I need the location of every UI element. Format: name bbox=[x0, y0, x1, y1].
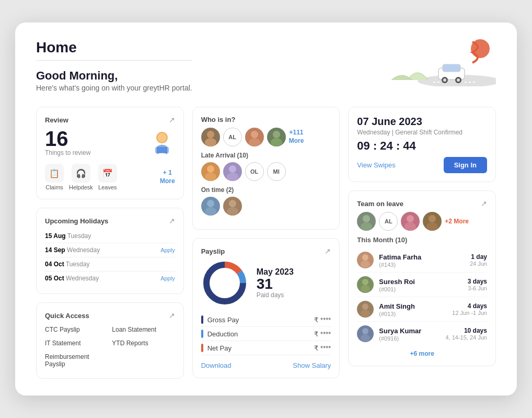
apply-btn-2[interactable]: Apply bbox=[160, 275, 175, 281]
svg-point-5 bbox=[443, 78, 446, 82]
view-swipes-btn[interactable]: View Swipes bbox=[357, 161, 395, 169]
svg-point-43 bbox=[361, 334, 370, 342]
quick-link-loan[interactable]: Loan Statement bbox=[112, 324, 175, 335]
net-pay-label: Net Pay bbox=[201, 344, 232, 352]
review-arrow-icon[interactable]: ↗ bbox=[169, 116, 175, 124]
on-time-row bbox=[201, 197, 331, 216]
review-card-header: Review ↗ bbox=[45, 116, 175, 124]
greeting-subtitle: Here's what's going on with your greytHR… bbox=[36, 84, 192, 92]
quick-access-card: Quick Access ↗ CTC Payslip Loan Statemen… bbox=[36, 302, 184, 379]
gross-pay-value: ₹ **** bbox=[314, 316, 331, 324]
apply-btn-1[interactable]: Apply bbox=[160, 247, 175, 253]
review-item-claims[interactable]: 📋 Claims bbox=[45, 164, 64, 190]
holiday-item: 15 Aug Tuesday bbox=[45, 229, 175, 243]
quick-access-title: Quick Access bbox=[45, 312, 89, 320]
svg-point-37 bbox=[361, 261, 370, 268]
who-is-in-more[interactable]: +111More bbox=[289, 129, 304, 145]
surya-days: 10 days bbox=[445, 327, 487, 334]
review-card: Review ↗ 16 Things to review bbox=[36, 107, 184, 199]
team-top-avatars: AL +2 More bbox=[357, 212, 487, 231]
late-avatar-2 bbox=[223, 162, 242, 181]
amit-date: 12 Jun -1 Jun bbox=[452, 310, 487, 316]
svg-point-42 bbox=[362, 328, 368, 334]
avatar-3 bbox=[245, 128, 264, 146]
team-plus-more[interactable]: +6 more bbox=[357, 350, 487, 357]
svg-point-10 bbox=[157, 132, 167, 143]
review-item-leaves[interactable]: 📅 Leaves bbox=[98, 164, 117, 190]
deduction-text: Deduction bbox=[207, 330, 238, 338]
show-salary-button[interactable]: Show Salary bbox=[293, 361, 331, 369]
team-top-avatar-3 bbox=[401, 212, 420, 231]
avatar-mi: MI bbox=[267, 162, 286, 181]
avatar-ol: OL bbox=[245, 162, 264, 181]
payslip-days-label: Paid days bbox=[257, 291, 331, 299]
svg-point-31 bbox=[361, 222, 372, 231]
attendance-time: 09 : 24 : 44 bbox=[357, 139, 487, 153]
team-top-avatar-1 bbox=[357, 212, 376, 231]
svg-point-41 bbox=[361, 310, 370, 317]
payslip-actions: Download Show Salary bbox=[201, 361, 331, 369]
svg-point-23 bbox=[205, 207, 216, 216]
payslip-card: Payslip ↗ bbox=[192, 238, 340, 378]
holidays-card: Upcoming Holidays ↗ 15 Aug Tuesday 14 Se… bbox=[36, 208, 184, 294]
right-column: 07 June 2023 Wednesday | General Shift C… bbox=[348, 107, 496, 379]
team-more-top-link[interactable]: +2 More bbox=[445, 218, 469, 225]
payslip-arrow-icon[interactable]: ↗ bbox=[325, 247, 331, 255]
surya-info: Surya Kumar (#0916) bbox=[379, 326, 421, 342]
surya-date: 4, 14-15, 24 Jun bbox=[445, 334, 487, 341]
quick-link-reimb[interactable]: Reimbursement Payslip bbox=[45, 351, 108, 370]
svg-point-18 bbox=[207, 165, 214, 173]
quick-link-ytd[interactable]: YTD Reports bbox=[112, 337, 175, 349]
download-button[interactable]: Download bbox=[201, 361, 232, 369]
net-pay-value: ₹ **** bbox=[314, 344, 331, 352]
deduction-value: ₹ **** bbox=[314, 330, 331, 338]
team-on-leave-title: Team on leave bbox=[357, 200, 403, 208]
quick-access-arrow-icon[interactable]: ↗ bbox=[169, 311, 175, 320]
avatar-al: AL bbox=[223, 128, 242, 146]
team-item: Amit Singh (#013) 4 days 12 Jun -1 Jun bbox=[357, 297, 487, 322]
svg-point-34 bbox=[429, 215, 436, 222]
late-arrival-row: OL MI bbox=[201, 162, 331, 181]
amit-id: (#013) bbox=[379, 311, 415, 317]
review-item-helpdesk[interactable]: 🎧 Helpdesk bbox=[69, 164, 93, 190]
holidays-title: Upcoming Holidays bbox=[45, 217, 108, 225]
holidays-arrow-icon[interactable]: ↗ bbox=[169, 217, 175, 225]
svg-point-16 bbox=[273, 131, 280, 138]
quick-link-it[interactable]: IT Statement bbox=[45, 337, 108, 349]
net-indicator bbox=[201, 344, 203, 352]
svg-point-33 bbox=[404, 222, 416, 231]
team-list: Fatima Farha (#143) 1 day 24 Jun bbox=[357, 248, 487, 346]
team-item: Suresh Roi (#001) 3 days 3-6 Jun bbox=[357, 273, 487, 297]
late-avatar-1 bbox=[201, 162, 220, 181]
team-item: Fatima Farha (#143) 1 day 24 Jun bbox=[357, 248, 487, 273]
sign-in-btn[interactable]: Sign In bbox=[444, 157, 487, 173]
suresh-avatar bbox=[357, 276, 374, 293]
suresh-info: Suresh Roi (#001) bbox=[379, 277, 415, 292]
fatima-leave: 1 day 24 Jun bbox=[470, 253, 487, 267]
svg-point-35 bbox=[426, 222, 438, 231]
header-illustration bbox=[391, 39, 496, 86]
helpdesk-icon: 🎧 bbox=[72, 164, 90, 183]
svg-point-14 bbox=[251, 131, 258, 138]
svg-point-22 bbox=[207, 200, 214, 207]
review-inner: 16 Things to review 📋 Claims bbox=[45, 128, 175, 190]
payslip-title: Payslip bbox=[201, 247, 225, 255]
svg-point-40 bbox=[362, 303, 368, 310]
surya-avatar bbox=[357, 325, 374, 342]
team-item: Surya Kumar (#0916) 10 days 4, 14-15, 24… bbox=[357, 322, 487, 346]
greeting-area: Good Morning, Here's what's going on wit… bbox=[36, 69, 192, 92]
more-avatars: +111More bbox=[289, 129, 304, 145]
svg-rect-3 bbox=[443, 64, 460, 72]
quick-link-ctc[interactable]: CTC Payslip bbox=[45, 324, 108, 335]
avatar-1 bbox=[201, 128, 220, 146]
fatima-info: Fatima Farha (#143) bbox=[379, 252, 421, 268]
greeting-title: Good Morning, bbox=[36, 69, 192, 83]
surya-leave: 10 days 4, 14-15, 24 Jun bbox=[445, 327, 487, 341]
late-arrival-label: Late Arrival (10) bbox=[201, 152, 331, 159]
team-month-label: This Month (10) bbox=[357, 236, 487, 244]
suresh-id: (#001) bbox=[379, 286, 415, 292]
review-more-link[interactable]: + 1More bbox=[160, 169, 175, 185]
team-arrow-icon[interactable]: ↗ bbox=[481, 199, 487, 208]
fatima-avatar bbox=[357, 252, 374, 268]
who-is-in-card: Who is in? AL +111More bbox=[192, 107, 340, 230]
